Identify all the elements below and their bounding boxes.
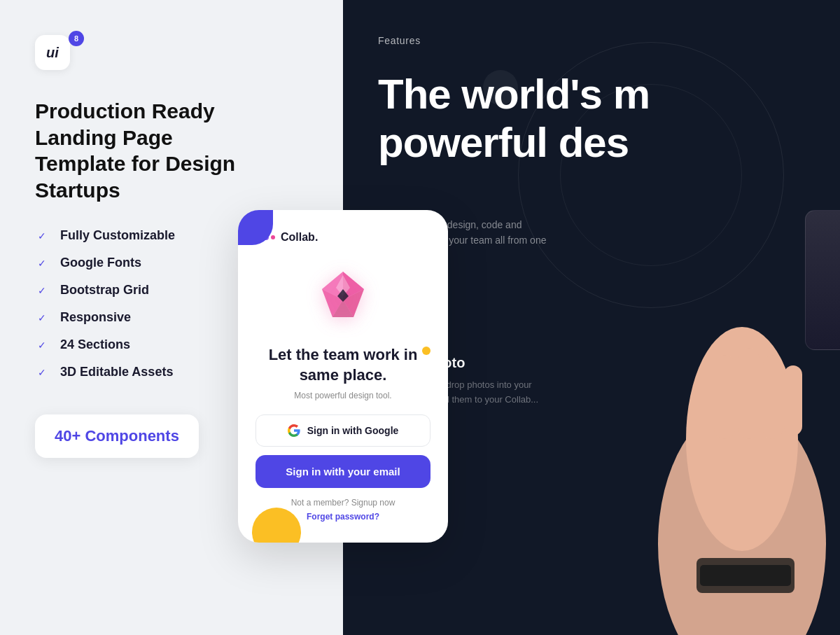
check-icon: ✓ <box>35 229 49 243</box>
yellow-dot-decoration <box>422 347 430 355</box>
gem-illustration <box>255 261 430 331</box>
app-card-subtitle: Most powerful design tool. <box>255 391 430 400</box>
check-icon: ✓ <box>35 284 49 298</box>
app-name: Collab. <box>281 231 318 244</box>
headline-line2: powerful des <box>378 118 840 167</box>
dot-pink <box>271 235 275 239</box>
list-item: ✓ Fully Customizable <box>35 228 238 243</box>
svg-rect-4 <box>763 355 783 439</box>
main-headline: Production Ready Landing Page Template f… <box>35 98 238 203</box>
logo-badge: ui <box>35 35 70 70</box>
feature-label: Google Fonts <box>60 256 141 270</box>
components-badge: 40+ Components <box>35 414 199 458</box>
logo-number: 8 <box>69 31 84 46</box>
app-card-inner: Collab. Let the team work in same place.… <box>238 210 448 543</box>
list-item: ✓ Bootstrap Grid <box>35 283 238 298</box>
check-icon: ✓ <box>35 338 49 352</box>
feature-label: Bootstrap Grid <box>60 283 149 298</box>
sign-in-google-button[interactable]: Sign in with Google <box>255 414 430 447</box>
list-item: ✓ Google Fonts <box>35 256 238 270</box>
logo-text: ui <box>46 45 59 61</box>
hand-svg <box>616 299 840 635</box>
list-item: ✓ 24 Sections <box>35 337 238 352</box>
google-btn-label: Sign in with Google <box>307 425 399 436</box>
email-btn-label: Sign in with your email <box>286 466 400 477</box>
app-mockup-card: Collab. Let the team work in same place.… <box>238 210 448 543</box>
google-icon <box>288 424 300 437</box>
svg-rect-5 <box>784 365 802 435</box>
app-card-title: Let the team work in same place. <box>255 345 430 385</box>
app-header: Collab. <box>255 231 430 244</box>
gem-svg <box>308 261 378 331</box>
nav-label: Features <box>378 35 421 46</box>
feature-label: Responsive <box>60 310 131 325</box>
svg-rect-7 <box>696 558 794 593</box>
left-panel: ui 8 Production Ready Landing Page Templ… <box>0 0 273 635</box>
feature-label: Fully Customizable <box>60 228 175 243</box>
feature-list: ✓ Fully Customizable ✓ Google Fonts ✓ Bo… <box>35 228 238 379</box>
headline-line1: The world's m <box>378 70 840 118</box>
list-item: ✓ Responsive <box>35 310 238 325</box>
svg-rect-3 <box>738 348 760 439</box>
feature-label: 24 Sections <box>60 337 130 352</box>
not-member-text: Not a member? Signup now <box>255 498 430 508</box>
sign-in-email-button[interactable]: Sign in with your email <box>255 455 430 488</box>
check-icon: ✓ <box>35 365 49 379</box>
dark-headline: The world's m powerful des <box>378 70 840 167</box>
logo-area: ui 8 <box>35 35 77 70</box>
check-icon: ✓ <box>35 256 49 270</box>
hand-illustration <box>560 285 840 635</box>
feature-label: 3D Editable Assets <box>60 365 173 379</box>
check-icon: ✓ <box>35 311 49 325</box>
svg-rect-2 <box>714 355 735 439</box>
components-text: 40+ Components <box>55 427 179 445</box>
list-item: ✓ 3D Editable Assets <box>35 365 238 379</box>
